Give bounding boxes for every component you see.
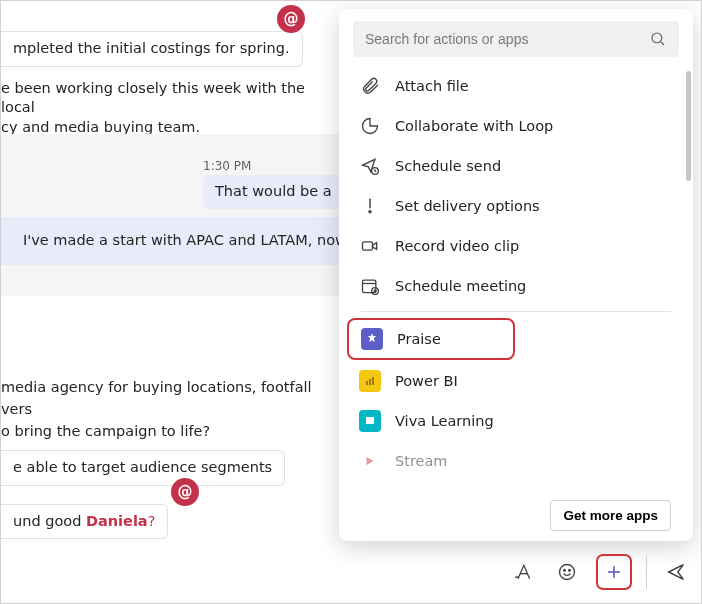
chat-text: media agency for buying locations, footf… [1, 379, 312, 417]
praise-icon [361, 328, 383, 350]
action-attach-file[interactable]: Attach file [347, 67, 685, 105]
svg-rect-13 [372, 377, 374, 385]
chat-text: mpleted the initial costings for spring. [13, 40, 290, 56]
svg-rect-12 [369, 379, 371, 385]
chat-bubble: e able to target audience segments [1, 450, 285, 486]
chat-text: e been working closely this week with th… [1, 80, 305, 135]
mention[interactable]: Daniela [86, 513, 148, 529]
app-label: Power BI [395, 373, 458, 389]
send-icon [665, 561, 687, 583]
svg-point-16 [564, 570, 566, 572]
search-input[interactable] [365, 31, 649, 47]
action-label: Set delivery options [395, 198, 540, 214]
chat-text: e able to target audience segments [13, 459, 272, 475]
compose-toolbar [508, 551, 691, 593]
chat-text: I've made a start with APAC and LATAM, n… [23, 232, 341, 248]
action-label: Attach file [395, 78, 469, 94]
stream-icon [359, 450, 381, 472]
chat-text: media agency for buying locations, footf… [1, 377, 341, 442]
chat-bubble: That would be a [203, 175, 343, 209]
svg-point-15 [560, 565, 575, 580]
chat-text: ? [148, 513, 156, 529]
mention-badge-icon: @ [277, 5, 305, 33]
video-icon [359, 235, 381, 257]
search-icon [649, 30, 667, 48]
powerbi-icon [359, 370, 381, 392]
chat-text: o bring the campaign to life? [1, 423, 210, 439]
divider [361, 311, 671, 312]
chat-bubble: und good Daniela? [1, 504, 168, 540]
action-list: Attach file Collaborate with Loop Schedu… [339, 67, 693, 541]
action-record-video[interactable]: Record video clip [347, 227, 685, 265]
app-label: Praise [397, 331, 441, 347]
chat-row: I've made a start with APAC and LATAM, n… [1, 217, 341, 265]
exclamation-icon [359, 195, 381, 217]
action-schedule-send[interactable]: Schedule send [347, 147, 685, 185]
plus-icon [604, 562, 624, 582]
action-collaborate-loop[interactable]: Collaborate with Loop [347, 107, 685, 145]
app-label: Viva Learning [395, 413, 494, 429]
actions-popover: Attach file Collaborate with Loop Schedu… [339, 9, 693, 541]
search-field[interactable] [353, 21, 679, 57]
calendar-add-icon [359, 275, 381, 297]
svg-line-1 [661, 42, 664, 45]
action-label: Schedule send [395, 158, 501, 174]
actions-plus-button[interactable] [596, 554, 632, 590]
emoji-icon [557, 562, 577, 582]
svg-point-17 [569, 570, 571, 572]
viva-icon [359, 410, 381, 432]
app-label: Stream [395, 453, 447, 469]
app-viva-learning[interactable]: Viva Learning [347, 402, 685, 440]
send-clock-icon [359, 155, 381, 177]
send-button[interactable] [661, 557, 691, 587]
format-button[interactable] [508, 557, 538, 587]
svg-rect-11 [366, 381, 368, 385]
get-more-apps-button[interactable]: Get more apps [550, 500, 671, 531]
chat-text: That would be a [215, 183, 332, 199]
chat-area: mpleted the initial costings for spring.… [1, 1, 341, 603]
format-icon [513, 562, 533, 582]
action-label: Collaborate with Loop [395, 118, 553, 134]
scrollbar-thumb[interactable] [686, 71, 691, 181]
paperclip-icon [359, 75, 381, 97]
app-praise[interactable]: Praise [347, 318, 515, 360]
chat-text: und good [13, 513, 86, 529]
app-power-bi[interactable]: Power BI [347, 362, 685, 400]
action-label: Record video clip [395, 238, 519, 254]
action-schedule-meeting[interactable]: Schedule meeting [347, 267, 685, 305]
separator [646, 555, 647, 589]
app-stream[interactable]: Stream [347, 442, 685, 480]
mention-badge-icon: @ [171, 478, 199, 506]
chat-bubble: I've made a start with APAC and LATAM, n… [1, 217, 341, 265]
action-delivery-options[interactable]: Set delivery options [347, 187, 685, 225]
emoji-button[interactable] [552, 557, 582, 587]
svg-point-0 [652, 33, 662, 43]
loop-icon [359, 115, 381, 137]
action-label: Schedule meeting [395, 278, 526, 294]
chat-bubble: mpleted the initial costings for spring. [1, 31, 303, 67]
chat-lower: media agency for buying locations, footf… [1, 377, 341, 557]
svg-rect-5 [363, 242, 373, 250]
svg-point-4 [369, 211, 371, 213]
